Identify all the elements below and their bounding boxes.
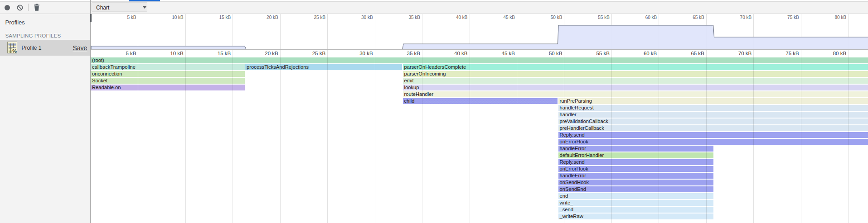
svg-text:%: % — [12, 48, 17, 54]
